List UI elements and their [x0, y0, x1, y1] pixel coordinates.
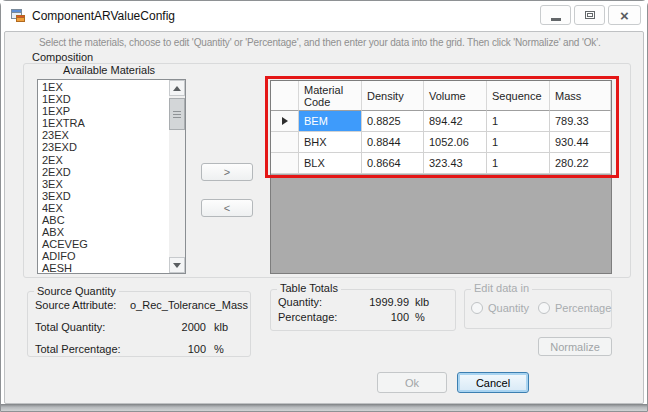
totals-quantity-label: Quantity: — [278, 296, 322, 308]
grid-cell[interactable]: 0.8664 — [362, 153, 424, 174]
scroll-up-button[interactable] — [169, 80, 185, 96]
totals-percentage-unit: % — [415, 311, 425, 323]
grid-cell[interactable]: 280.22 — [550, 153, 611, 174]
column-header-sequence[interactable]: Sequence — [487, 81, 550, 111]
totals-quantity-value: 1999.99 — [331, 296, 409, 308]
available-materials-label: Available Materials — [63, 64, 155, 76]
grid-cell[interactable]: 1 — [487, 132, 550, 153]
source-attribute-value: o_Rec_Tolerance_Mass — [121, 299, 248, 311]
row-header-current[interactable] — [271, 111, 299, 132]
minimize-button[interactable] — [540, 5, 571, 25]
window-bottom-edge — [1, 404, 647, 411]
column-header-volume[interactable]: Volume — [424, 81, 487, 111]
grid-cell[interactable]: BEM — [299, 111, 362, 132]
available-materials-listbox[interactable]: 1EX 1EXD 1EXP 1EXTRA 23EX 23EXD 2EX 2EXD… — [37, 79, 186, 274]
maximize-icon — [585, 11, 595, 19]
percentage-radio-label: Percentage — [555, 302, 611, 314]
list-item[interactable]: 4EX — [39, 202, 168, 214]
listbox-scrollbar[interactable] — [169, 80, 185, 273]
totals-quantity-unit: klb — [415, 296, 429, 308]
title-bar: ComponentARValueConfig × — [1, 1, 647, 31]
close-button[interactable]: × — [608, 5, 641, 25]
totals-percentage-label: Percentage: — [278, 311, 337, 323]
total-percentage-label: Total Percentage: — [35, 343, 121, 355]
cancel-button[interactable]: Cancel — [457, 372, 529, 393]
current-row-arrow-icon — [282, 117, 288, 125]
list-item[interactable]: 3EXD — [39, 190, 168, 202]
arrow-up-icon — [173, 86, 181, 91]
move-left-button[interactable]: < — [201, 199, 253, 217]
window-title: ComponentARValueConfig — [32, 9, 175, 23]
grid-cell[interactable]: 323.43 — [424, 153, 487, 174]
materials-grid[interactable]: Material Code Density Volume Sequence Ma… — [270, 80, 612, 274]
table-totals-group-label: Table Totals — [277, 282, 341, 294]
grid-cell[interactable]: BHX — [299, 132, 362, 153]
row-header[interactable] — [271, 153, 299, 174]
ok-button[interactable]: Ok — [377, 372, 447, 393]
minimize-icon — [551, 18, 561, 21]
grid-cell[interactable]: 0.8844 — [362, 132, 424, 153]
column-header-density[interactable]: Density — [362, 81, 424, 111]
app-icon — [11, 8, 26, 23]
dialog-window: ComponentARValueConfig × Select the mate… — [0, 0, 648, 412]
grid-cell[interactable]: 930.44 — [550, 132, 611, 153]
list-item[interactable]: 1EXP — [39, 105, 168, 117]
total-quantity-label: Total Quantity: — [35, 321, 105, 333]
list-item[interactable]: 1EXTRA — [39, 117, 168, 129]
grid-row: BEM 0.8825 894.42 1 789.33 — [271, 111, 611, 132]
list-item[interactable]: AESH — [39, 262, 168, 273]
thumb-grip-icon — [173, 111, 181, 118]
grid-cell[interactable]: 789.33 — [550, 111, 611, 132]
grid-row: BHX 0.8844 1052.06 1 930.44 — [271, 132, 611, 153]
grid-cell[interactable]: 894.42 — [424, 111, 487, 132]
composition-group-label: Composition — [29, 51, 96, 63]
grid-cell[interactable]: 1052.06 — [424, 132, 487, 153]
list-item[interactable]: ABX — [39, 226, 168, 238]
grid-header-row: Material Code Density Volume Sequence Ma… — [271, 81, 611, 111]
column-header-material-code[interactable]: Material Code — [299, 81, 362, 111]
quantity-radio-label: Quantity — [488, 302, 529, 314]
total-quantity-value: 2000 — [141, 321, 206, 333]
source-quantity-group-label: Source Quantity — [34, 285, 119, 297]
total-percentage-value: 100 — [141, 343, 206, 355]
grid-cell[interactable]: 0.8825 — [362, 111, 424, 132]
row-header[interactable] — [271, 132, 299, 153]
list-item[interactable]: ADIFO — [39, 250, 168, 262]
total-percentage-unit: % — [214, 343, 224, 355]
scroll-down-button[interactable] — [169, 257, 185, 273]
instruction-text: Select the materials, choose to edit 'Qu… — [39, 37, 601, 48]
close-icon: × — [620, 8, 629, 23]
list-item[interactable]: 23EX — [39, 129, 168, 141]
list-item[interactable]: 3EX — [39, 178, 168, 190]
totals-percentage-value: 100 — [331, 311, 409, 323]
move-right-button[interactable]: > — [201, 163, 253, 181]
grid-row: BLX 0.8664 323.43 1 280.22 — [271, 153, 611, 174]
grid-cell[interactable]: 1 — [487, 111, 550, 132]
list-item[interactable]: ACEVEG — [39, 238, 168, 250]
edit-data-in-group-label: Edit data in — [471, 282, 532, 294]
column-header-mass[interactable]: Mass — [550, 81, 611, 111]
maximize-button[interactable] — [574, 5, 605, 25]
percentage-radio[interactable] — [538, 302, 550, 314]
total-quantity-unit: klb — [214, 321, 228, 333]
list-item[interactable]: 23EXD — [39, 141, 168, 153]
normalize-button[interactable]: Normalize — [538, 337, 612, 356]
source-attribute-label: Source Attribute: — [35, 299, 116, 311]
grid-corner-header[interactable] — [271, 81, 299, 111]
arrow-down-icon — [173, 263, 181, 268]
list-item[interactable]: 2EXD — [39, 166, 168, 178]
grid-cell[interactable]: BLX — [299, 153, 362, 174]
list-item[interactable]: ABC — [39, 214, 168, 226]
quantity-radio[interactable] — [471, 302, 483, 314]
scrollbar-thumb[interactable] — [169, 98, 185, 130]
list-item[interactable]: 2EX — [39, 154, 168, 166]
grid-cell[interactable]: 1 — [487, 153, 550, 174]
list-item[interactable]: 1EXD — [39, 93, 168, 105]
materials-list: 1EX 1EXD 1EXP 1EXTRA 23EX 23EXD 2EX 2EXD… — [39, 81, 168, 273]
list-item[interactable]: 1EX — [39, 81, 168, 93]
